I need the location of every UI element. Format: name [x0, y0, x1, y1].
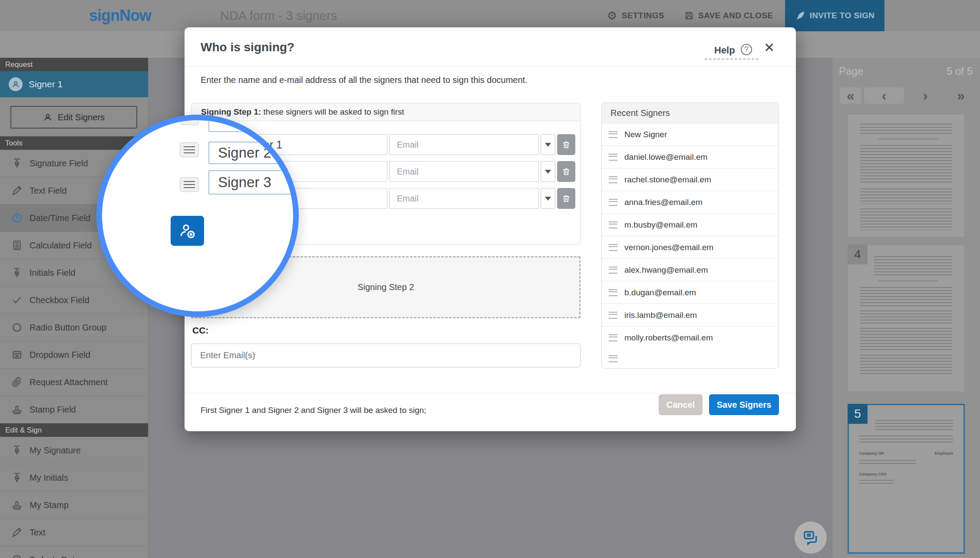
magnified-signer-3-field: Signer 3	[208, 170, 299, 195]
drag-handle-icon	[609, 312, 617, 319]
add-signer-button[interactable]	[171, 216, 204, 246]
delete-signer-button[interactable]	[557, 161, 575, 182]
feedback-chat-button[interactable]	[795, 522, 827, 554]
person-icon	[9, 77, 23, 91]
recent-signer-item[interactable]: New Signer	[602, 123, 779, 146]
chevron-down-icon	[545, 197, 551, 201]
sidebar-item-request-attachment[interactable]: Request Attachment	[0, 369, 148, 396]
drag-handle-icon	[609, 131, 617, 138]
recent-signer-item[interactable]: anna.fries@email.em	[602, 191, 779, 214]
header-divider	[185, 66, 796, 67]
previous-page-button[interactable]: ‹	[864, 87, 904, 104]
check-icon	[11, 294, 23, 306]
nib-icon	[11, 267, 23, 278]
cancel-button[interactable]: Cancel	[659, 394, 703, 415]
save-and-close-button[interactable]: SAVE AND CLOSE	[684, 0, 773, 31]
cc-label: CC:	[192, 325, 208, 336]
thumb-label: Company HR	[859, 451, 884, 456]
email-dropdown-button[interactable]	[541, 161, 555, 182]
trash-icon	[562, 140, 571, 149]
recent-signer-empty-row[interactable]	[602, 349, 779, 368]
sidebar-item-dropdown-field[interactable]: Dropdown Field	[0, 341, 148, 369]
recent-signer-item[interactable]: daniel.lowe@email.em	[602, 146, 779, 168]
pencil-icon	[11, 527, 23, 538]
help-link[interactable]: Help	[714, 45, 735, 56]
chevron-down-icon	[545, 170, 551, 174]
drag-handle-icon	[609, 154, 617, 161]
cc-email-input[interactable]: Enter Email(s)	[191, 343, 581, 367]
app: signNow NDA form - 3 signers ⚙ SETTINGS …	[0, 0, 980, 558]
recent-signers-title: Recent Signers	[602, 103, 779, 123]
signer-email-input[interactable]: Email	[389, 134, 539, 155]
calc-icon	[11, 240, 23, 251]
recent-signer-item[interactable]: alex.hwang@email.em	[602, 259, 779, 281]
left-sidebar: Request Signer 1 Edit Signers Tools Sign…	[0, 58, 148, 558]
sidebar-item-stamp-field[interactable]: Stamp Field	[0, 396, 148, 423]
gear-icon: ⚙	[607, 10, 617, 21]
email-dropdown-button[interactable]	[541, 188, 555, 209]
first-page-button[interactable]: «	[840, 87, 861, 104]
chevron-down-icon	[545, 143, 551, 147]
recent-signer-item[interactable]: iris.lamb@email.em	[602, 304, 779, 327]
recent-signer-item[interactable]: rachel.stone@email.em	[602, 168, 779, 191]
save-signers-button[interactable]: Save Signers	[709, 394, 779, 415]
magnifier-loupe: Signer 2 1 Signer 3	[96, 115, 299, 317]
drag-handle-icon	[609, 289, 617, 296]
sidebar-item-radio-button-group[interactable]: Radio Button Group	[0, 314, 148, 341]
edit-signers-button[interactable]: Edit Signers	[10, 106, 137, 129]
signing-order-note: First Signer 1 and Signer 2 and Signer 3…	[201, 400, 426, 421]
signer-email-input[interactable]: Email	[389, 161, 539, 182]
thumb-label: Employee	[934, 451, 953, 456]
thumb-label: Company CEO	[859, 472, 887, 476]
pencil-icon	[11, 185, 23, 196]
recent-signers-panel: Recent Signers New Signerdaniel.lowe@ema…	[601, 102, 779, 369]
close-icon[interactable]: ✕	[764, 41, 775, 54]
page-label: Page	[839, 65, 863, 77]
nib-icon	[11, 158, 23, 169]
help-question-icon[interactable]: ?	[741, 44, 752, 55]
drag-handle-icon	[180, 177, 199, 192]
dropdown-icon	[11, 349, 23, 360]
section-edit-and-sign: Edit & Sign	[0, 423, 148, 437]
page-thumbnail-3[interactable]: ·	[848, 114, 965, 238]
document-title: NDA form - 3 signers	[220, 0, 337, 31]
sidebar-item-today-s-date[interactable]: Today's Date	[0, 546, 148, 558]
drag-handle-icon	[609, 334, 617, 341]
page-thumbnail-5-selected[interactable]: 5 Company HR Employee Company CEO ·	[848, 404, 965, 554]
recent-signer-item[interactable]: molly.roberts@email.em	[602, 327, 779, 349]
trash-icon	[562, 194, 571, 203]
next-page-button[interactable]: ›	[914, 87, 936, 104]
stamp-icon	[11, 404, 23, 415]
sidebar-item-signer-1[interactable]: Signer 1	[0, 71, 148, 97]
drag-handle-icon	[609, 267, 617, 274]
help-underline	[705, 59, 759, 59]
page-number-badge: 5	[848, 404, 868, 424]
page-thumbnail-4[interactable]: 4 ·	[848, 244, 965, 392]
delete-signer-button[interactable]	[557, 188, 575, 209]
drag-handle-icon	[609, 199, 617, 206]
page-count: 5 of 5	[921, 65, 973, 77]
recent-signer-item[interactable]: vernon.jones@email.em	[602, 236, 779, 259]
sidebar-item-my-stamp[interactable]: My Stamp	[0, 492, 148, 519]
last-page-button[interactable]: »	[949, 87, 973, 104]
recent-signer-item[interactable]: m.busby@email.em	[602, 214, 779, 236]
page-number-badge: 4	[848, 244, 868, 264]
sidebar-item-my-initials[interactable]: My Initials	[0, 464, 148, 492]
drag-handle-icon	[180, 115, 199, 125]
signer-email-input[interactable]: Email	[389, 188, 539, 209]
drag-handle-icon	[609, 355, 617, 362]
invite-to-sign-button[interactable]: INVITE TO SIGN	[785, 0, 884, 31]
recent-signer-item[interactable]: b.dugan@email.em	[602, 281, 779, 304]
sidebar-item-my-signature[interactable]: My Signature	[0, 437, 148, 464]
radio-icon	[11, 322, 23, 333]
save-icon	[684, 11, 694, 20]
drag-handle-icon	[609, 176, 617, 183]
settings-button[interactable]: ⚙ SETTINGS	[607, 0, 664, 31]
nib-icon	[11, 445, 23, 456]
sidebar-item-text[interactable]: Text	[0, 519, 148, 546]
delete-signer-button[interactable]	[557, 134, 575, 155]
email-dropdown-button[interactable]	[541, 134, 555, 155]
stamp-icon	[11, 499, 23, 511]
trash-icon	[562, 167, 571, 176]
sidebar-item-checkbox-field[interactable]: Checkbox Field	[0, 287, 148, 314]
